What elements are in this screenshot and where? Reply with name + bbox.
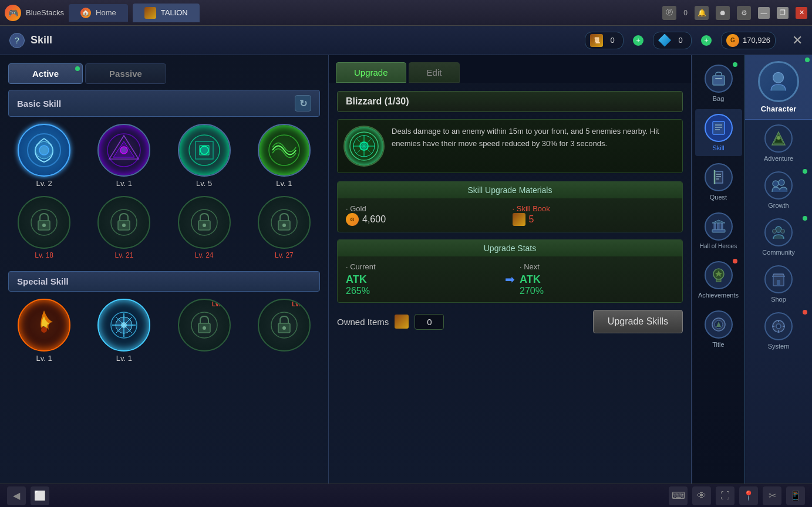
- skill-item-8[interactable]: Lv. 27: [248, 196, 320, 259]
- skill-panel: Active Passive Basic Skill ↻: [0, 55, 329, 484]
- tab-active[interactable]: Active: [8, 63, 83, 84]
- nav-item-quest[interactable]: Quest: [695, 158, 742, 205]
- locate-button[interactable]: 📍: [739, 486, 758, 505]
- bell-icon[interactable]: 🔔: [695, 6, 709, 20]
- skill-icon-4: [258, 124, 311, 177]
- next-pct: 270%: [520, 286, 674, 296]
- special-skill-3[interactable]: Lv. 30: [169, 299, 240, 363]
- nav-item-hall[interactable]: Hall of Heroes: [695, 208, 742, 254]
- eye-button[interactable]: 👁: [692, 486, 711, 505]
- skill-item-7[interactable]: Lv. 24: [169, 196, 240, 259]
- owned-item-icon: [395, 315, 409, 329]
- screen-button[interactable]: ⛶: [716, 486, 734, 505]
- gold-col: · Gold G 4,600: [346, 204, 508, 226]
- special-skill-grid: Lv. 1: [8, 299, 320, 363]
- nav-item-achievements[interactable]: Achievements: [695, 256, 742, 303]
- svg-point-12: [122, 224, 126, 227]
- share-button[interactable]: ✂: [763, 486, 781, 505]
- refresh-button[interactable]: ↻: [295, 95, 311, 111]
- active-tab-dot: [75, 66, 80, 71]
- special-skill-icon-4: Lv. 30: [258, 299, 311, 351]
- materials-section: Skill Upgrade Materials · Gold G 4,600 ·…: [337, 181, 683, 232]
- special-skill-1[interactable]: Lv. 1: [8, 299, 80, 363]
- tab-upgrade[interactable]: Upgrade: [336, 62, 406, 83]
- tab-home[interactable]: 🏠 Home: [69, 4, 128, 22]
- panel-close-button[interactable]: ✕: [792, 33, 803, 48]
- gold-icon: G: [726, 34, 739, 47]
- special-skill-icon-3: Lv. 30: [178, 299, 231, 351]
- skill-item-2[interactable]: Lv. 1: [88, 124, 160, 188]
- back-button[interactable]: ◀: [7, 486, 26, 505]
- owned-row: Owned Items 0 Upgrade Skills: [337, 310, 683, 333]
- skill-dot-2: [100, 301, 105, 306]
- title-bar: 🎮 BlueStacks 🏠 Home TALION Ⓟ 0 🔔 ⏺ ⚙ — ❐…: [0, 0, 812, 26]
- p-icon-btn[interactable]: Ⓟ: [662, 6, 676, 20]
- skill-name: Blizzard (1/30): [346, 96, 409, 106]
- basic-skill-grid: Lv. 2: [8, 124, 320, 259]
- svg-rect-41: [715, 78, 722, 79]
- skill-item-1[interactable]: Lv. 2: [8, 124, 80, 188]
- system-icon: [764, 312, 793, 340]
- skill-desc-row: Deals damage to an enemy within 15m to y…: [337, 119, 683, 173]
- help-icon[interactable]: ?: [9, 33, 25, 48]
- title-bar-right: Ⓟ 0 🔔 ⏺ ⚙ — ❐ ✕: [662, 6, 807, 20]
- svg-rect-52: [716, 279, 721, 282]
- skill-item-3[interactable]: Lv. 5: [169, 124, 240, 188]
- nav-item-growth[interactable]: Growth: [745, 167, 812, 214]
- skill-unlock-8: Lv. 27: [275, 251, 294, 259]
- svg-rect-49: [721, 223, 723, 229]
- nav-item-bag[interactable]: Bag: [695, 60, 742, 107]
- record-icon[interactable]: ⏺: [716, 6, 730, 20]
- svg-point-39: [360, 142, 368, 150]
- gem-currency: 0: [653, 32, 692, 49]
- skill-name-bar: Blizzard (1/30): [337, 91, 683, 112]
- topbar-title: ? Skill: [9, 33, 585, 48]
- nav-item-shop[interactable]: Shop: [745, 261, 812, 307]
- maximize-button[interactable]: ❐: [777, 7, 789, 19]
- upgrade-skills-button[interactable]: Upgrade Skills: [593, 310, 683, 333]
- special-skill-4[interactable]: Lv. 30: [248, 299, 320, 363]
- community-icon: [764, 218, 793, 246]
- arrow-icon: ➡: [505, 272, 515, 286]
- settings-icon[interactable]: ⚙: [737, 6, 751, 20]
- growth-label: Growth: [768, 202, 789, 209]
- svg-rect-47: [714, 223, 716, 229]
- scroll-add-button[interactable]: +: [633, 35, 643, 46]
- title-label: Title: [712, 341, 724, 348]
- minimize-button[interactable]: —: [758, 7, 770, 19]
- materials-grid: · Gold G 4,600 · Skill Book 5: [338, 198, 682, 232]
- gold-val: 170,926: [743, 36, 770, 45]
- keyboard-button[interactable]: ⌨: [669, 486, 688, 505]
- tab-talion-label: TALION: [161, 8, 188, 17]
- stats-grid: · Current ATK 265% ➡ · Next ATK 270%: [338, 256, 682, 302]
- skill-icon-1: [18, 124, 70, 177]
- tab-passive[interactable]: Passive: [85, 63, 166, 84]
- close-button[interactable]: ✕: [796, 7, 807, 19]
- tab-talion[interactable]: TALION: [133, 4, 200, 22]
- nav-item-system[interactable]: System: [745, 307, 812, 354]
- nav-item-community[interactable]: Community: [745, 214, 812, 261]
- owned-label: Owned Items: [337, 317, 389, 327]
- nav-item-skill[interactable]: Skill: [695, 109, 742, 156]
- home-tab-icon: 🏠: [80, 8, 91, 18]
- special-skill-2[interactable]: Lv. 1: [88, 299, 160, 363]
- p-count: 0: [683, 9, 688, 17]
- gold-currency-icon: G: [346, 213, 359, 226]
- char-panel-item[interactable]: Character: [745, 55, 812, 120]
- window-button[interactable]: ⬜: [31, 486, 49, 505]
- tab-edit[interactable]: Edit: [409, 62, 460, 83]
- bag-label: Bag: [713, 95, 725, 102]
- shop-label: Shop: [771, 296, 786, 303]
- skill-item-6[interactable]: Lv. 21: [88, 196, 160, 259]
- svg-point-60: [773, 229, 777, 234]
- nav-item-title[interactable]: Title: [695, 306, 742, 353]
- svg-point-3: [120, 147, 127, 154]
- nav-item-adventure[interactable]: Adventure: [745, 120, 812, 167]
- skill-item-4[interactable]: Lv. 1: [248, 124, 320, 188]
- materials-header: Skill Upgrade Materials: [338, 182, 682, 198]
- special-skill-icon-1: [18, 299, 70, 351]
- mobile-button[interactable]: 📱: [786, 486, 805, 505]
- skill-item-5[interactable]: Lv. 18: [8, 196, 80, 259]
- gem-add-button[interactable]: +: [701, 35, 712, 46]
- svg-point-65: [776, 324, 781, 329]
